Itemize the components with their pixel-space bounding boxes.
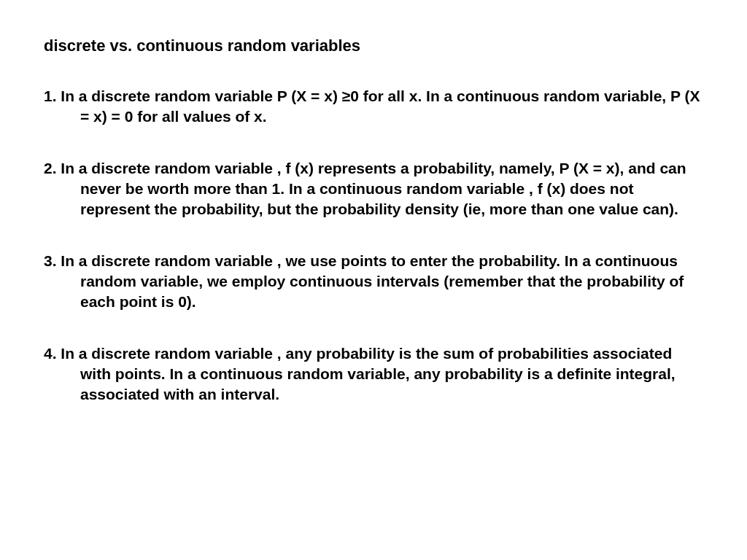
point-number: 1. xyxy=(44,88,57,104)
slide-title: discrete vs. continuous random variables xyxy=(44,36,703,55)
point-2: 2. In a discrete random variable , f (x)… xyxy=(44,158,703,220)
point-4: 4. In a discrete random variable , any p… xyxy=(44,343,703,405)
point-text: In a discrete random variable , we use p… xyxy=(61,252,684,311)
point-text: In a discrete random variable P (X = x) … xyxy=(61,88,700,125)
point-number: 3. xyxy=(44,252,57,269)
point-3: 3. In a discrete random variable , we us… xyxy=(44,251,703,313)
point-text: In a discrete random variable , f (x) re… xyxy=(61,160,686,218)
point-text: In a discrete random variable , any prob… xyxy=(61,345,675,403)
point-number: 2. xyxy=(44,160,57,176)
point-number: 4. xyxy=(44,345,57,362)
point-1: 1. In a discrete random variable P (X = … xyxy=(44,86,703,128)
